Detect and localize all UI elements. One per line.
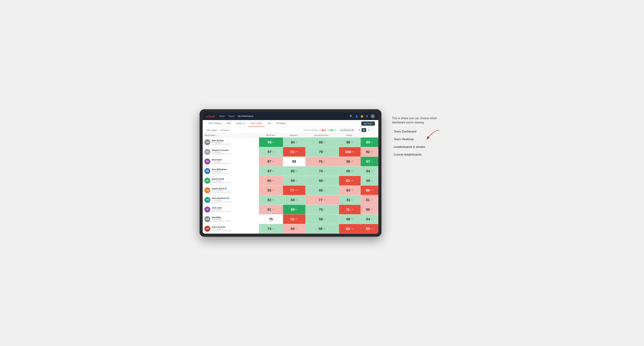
subnav-hcaps[interactable]: Hcaps 1-5 <box>234 120 248 127</box>
score-value: 73 <box>290 150 294 154</box>
score-cell-9-1[interactable]: 60 -1▼ <box>283 224 306 234</box>
nav-link-home[interactable]: Home <box>219 114 225 118</box>
score-cell-9-3[interactable]: 84 -21▲ <box>339 224 361 234</box>
score-cell-4-4[interactable]: 96 3▲ <box>361 176 378 185</box>
score-cell-2-2[interactable]: 75 -3▼ <box>306 157 339 166</box>
edit-icon[interactable]: ✏ <box>231 129 233 131</box>
settings-icon[interactable]: ⚙ <box>366 115 368 118</box>
table-row: MM Matt Miller 6-10 Handicap Woburn Golf… <box>203 214 378 224</box>
player-cell-3[interactable]: DB Dave Billingham 1-5 Handicap Gog Mago… <box>203 166 259 176</box>
col-player-quality[interactable]: Player Quality ▾ <box>203 133 259 138</box>
subnav-pga[interactable]: PGA <box>224 120 234 127</box>
score-cell-5-3[interactable]: 83 -6▼ <box>339 185 361 195</box>
score-cell-1-2[interactable]: 79 9▲ <box>306 147 339 157</box>
score-cell-3-2[interactable]: 74 1▲ <box>306 166 339 176</box>
score-cell-7-0[interactable]: 81 -3▼ <box>259 205 283 214</box>
score-cell-4-3[interactable]: 83 -10▼ <box>339 176 361 185</box>
player-cell-5[interactable]: CQ Charlie Quick✓ 6-10 Handicap St. Geor… <box>203 185 259 195</box>
score-cell-0-1[interactable]: 84 6▲ <box>283 138 306 147</box>
view-heatmap-button[interactable]: ▦ <box>362 128 366 132</box>
last-rounds-button[interactable]: Last Rounds: 20 <box>338 128 355 132</box>
subnav-tour[interactable]: Tour <box>264 120 274 127</box>
score-cell-3-1[interactable]: 82 4▲ <box>283 166 306 176</box>
score-cell-6-2[interactable]: 77 -3▼ <box>306 195 339 205</box>
player-cell-9[interactable]: AN Aaron Nicholls 11-15 Handicap Drift G… <box>203 224 259 234</box>
player-cell-8[interactable]: MM Matt Miller 6-10 Handicap Woburn Golf… <box>203 214 259 224</box>
score-cell-9-2[interactable]: 58 10▲ <box>306 224 339 234</box>
score-cell-7-4[interactable]: 89 -2▼ <box>361 205 378 214</box>
score-cell-0-4[interactable]: 95 9▲ <box>361 138 378 147</box>
subnav-all-players[interactable]: All Players <box>274 120 288 127</box>
score-cell-2-3[interactable]: 86 -6▼ <box>339 157 361 166</box>
player-handicap: 6-10 Handicap <box>212 190 233 191</box>
score-cell-4-0[interactable]: 85 -3▼ <box>259 176 283 185</box>
score-cell-8-4[interactable]: 94 3▲ <box>361 214 378 224</box>
score-cell-5-2[interactable]: 80 1▲ <box>306 185 339 195</box>
col-approach[interactable]: Approach ▾ <box>283 133 306 138</box>
score-value: 83 <box>268 188 271 192</box>
score-cell-6-0[interactable]: 82 -3▲ <box>259 195 283 205</box>
score-cell-4-2[interactable]: 80 3▲ <box>306 176 339 185</box>
score-cell-1-4[interactable]: 92 -3▼ <box>361 147 378 157</box>
score-cell-8-1[interactable]: 61 -3▼ <box>283 214 306 224</box>
score-cell-1-1[interactable]: 73 -11▼ <box>283 147 306 157</box>
col-off-tee[interactable]: Off the Tee ▾ <box>259 133 283 138</box>
score-value: 77 <box>319 198 322 202</box>
player-cell-1[interactable]: EC Edward Crossman 1-5 Handicap Sunningd… <box>203 147 259 157</box>
player-cell-2[interactable]: EE Elliot Ebert 1-5 Handicap Sunningdale… <box>203 157 259 166</box>
score-cell-2-4[interactable]: 97 5▲ <box>361 157 378 166</box>
player-handicap: 1-5 Handicap <box>212 199 233 201</box>
score-cell-1-0[interactable]: 87 1▲ <box>259 147 283 157</box>
toolbar-right: Last Rounds: 20 ⊞ ▦ ☰ ↓ <box>338 128 375 132</box>
score-box: 77 -3▼ <box>306 195 339 205</box>
score-cell-8-3[interactable]: 88 -2▼ <box>339 214 361 224</box>
score-cell-2-0[interactable]: 87 -3▼ <box>259 157 283 166</box>
score-cell-7-1[interactable]: 95 8▲ <box>283 205 306 214</box>
player-handicap: 1-5 Handicap <box>212 209 233 211</box>
score-cell-6-1[interactable]: 60 2▲ <box>283 195 306 205</box>
score-box: 60 -1▼ <box>283 224 306 233</box>
score-cell-7-3[interactable]: 71 -11▼ <box>339 205 361 214</box>
score-cell-0-2[interactable]: 85 8▲ <box>306 138 339 147</box>
score-cell-9-0[interactable]: 74 -8▲ <box>259 224 283 234</box>
score-value: 88 <box>346 140 350 144</box>
col-around-green[interactable]: Around the Green ▾ <box>306 133 339 138</box>
score-cell-2-1[interactable]: 88 <box>283 157 306 166</box>
score-cell-8-0[interactable]: 75 <box>259 214 283 224</box>
avatar[interactable]: U <box>371 114 375 118</box>
nav-link-teams[interactable]: Teams <box>228 114 234 118</box>
nav-link-performance[interactable]: My Performance <box>238 114 254 118</box>
person-icon[interactable]: 👤 <box>355 115 358 118</box>
score-cell-3-4[interactable]: 94 1▲ <box>361 166 378 176</box>
score-cell-0-3[interactable]: 88 -1▼ <box>339 138 361 147</box>
search-icon[interactable]: 🔍 <box>350 115 352 118</box>
score-cell-5-0[interactable]: 83 -3▼ <box>259 185 283 195</box>
score-cell-3-3[interactable]: 85 -3▼ <box>339 166 361 176</box>
table-row: BM Blair McHarg Plus Handicap Royal Nort… <box>203 138 378 147</box>
score-cell-7-2[interactable]: 75 2▲ <box>306 205 339 214</box>
col-putting[interactable]: Putting ▾ <box>339 133 361 138</box>
player-cell-0[interactable]: BM Blair McHarg Plus Handicap Royal Nort… <box>203 138 259 147</box>
score-cell-9-4[interactable]: 85 -4▼ <box>361 224 378 234</box>
score-cell-4-1[interactable]: 89 7▲ <box>283 176 306 185</box>
score-cell-1-3[interactable]: 103 15▲ <box>339 147 361 157</box>
view-list-button[interactable]: ☰ <box>366 128 371 132</box>
score-value: 93 <box>268 140 272 144</box>
add-team-button[interactable]: Add Team <box>362 121 375 126</box>
score-cell-8-2[interactable]: 58 4▲ <box>306 214 339 224</box>
score-cell-0-0[interactable]: 93 4▲ <box>259 138 283 147</box>
subnav-pgat[interactable]: PGAT Players <box>206 120 224 127</box>
player-cell-7[interactable]: JC Josh Coles 1-5 Handicap Royal North D… <box>203 205 259 214</box>
player-cell-6[interactable]: CR Chris Robertson✓ 1-5 Handicap Craigmi… <box>203 195 259 205</box>
player-cell-4[interactable]: DF David Ford✓ Plus Handicap Royal North… <box>203 176 259 185</box>
score-cell-5-4[interactable]: 86 -8▼ <box>361 185 378 195</box>
score-cell-6-4[interactable]: 91 -3▼ <box>361 195 378 205</box>
notifications-icon[interactable]: 🔔 <box>360 115 364 118</box>
view-grid-button[interactable]: ⊞ <box>357 128 362 132</box>
subnav-team-clippd[interactable]: Team Clippd <box>248 120 264 127</box>
score-cell-6-3[interactable]: 81 4▲ <box>339 195 361 205</box>
score-cell-3-0[interactable]: 87 4▲ <box>259 166 283 176</box>
player-club: Craigmillar Park, United Kingdom <box>212 201 233 203</box>
score-cell-5-1[interactable]: 77 -14▼ <box>283 185 306 195</box>
view-download-button[interactable]: ↓ <box>371 128 375 132</box>
